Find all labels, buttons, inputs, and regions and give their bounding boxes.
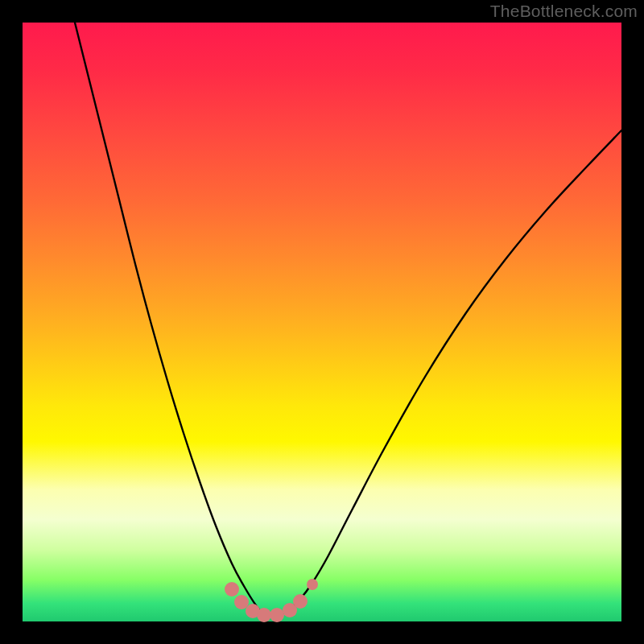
curve-svg xyxy=(23,23,621,621)
plot-area xyxy=(23,23,621,621)
curve-marker xyxy=(234,595,249,609)
bottleneck-curve xyxy=(75,23,621,616)
curve-marker xyxy=(293,594,308,609)
curve-marker xyxy=(225,582,239,597)
curve-marker xyxy=(257,608,271,622)
outer-frame: TheBottleneck.com xyxy=(0,0,644,644)
marker-group xyxy=(225,579,318,622)
curve-marker xyxy=(307,579,318,590)
watermark-text: TheBottleneck.com xyxy=(490,2,638,21)
curve-marker xyxy=(270,608,284,622)
